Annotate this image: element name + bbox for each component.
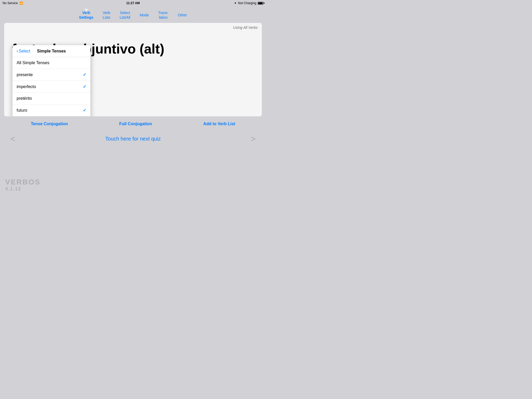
list-item-presente[interactable]: presente ✓	[12, 69, 90, 81]
full-conjugation-button[interactable]: Full Conjugation	[117, 121, 154, 127]
checkmark-imperfecto: ✓	[83, 84, 86, 89]
wifi-icon: 📶	[19, 2, 23, 5]
battery-label: Not Charging	[238, 1, 256, 5]
list-item-imperfecto[interactable]: imperfecto ✓	[12, 81, 90, 93]
no-service-label: No Service	[3, 1, 18, 5]
status-left: No Service 📶	[3, 1, 23, 5]
quiz-nav: < Touch here for next quiz >	[0, 131, 266, 146]
tab-verb-lists[interactable]: Verb Lists	[101, 9, 112, 21]
tense-conjugation-button[interactable]: Tense Conjugation	[29, 121, 70, 127]
app-logo-title: Verbos	[5, 178, 41, 186]
dropdown-title: Simple Tenses	[37, 49, 66, 54]
bluetooth-icon: ✦	[234, 1, 237, 5]
item-label: presente	[17, 72, 33, 77]
status-right: ✦ Not Charging	[234, 1, 263, 5]
status-time: 11:27 AM	[126, 1, 140, 5]
tab-verb-settings[interactable]: Verb Settings	[77, 9, 95, 21]
bottom-buttons: Tense Conjugation Full Conjugation Add t…	[0, 116, 266, 131]
dropdown-header: ‹ Select Simple Tenses	[12, 45, 90, 57]
item-label: All Simple Tenses	[17, 61, 49, 65]
tab-other[interactable]: Other	[176, 12, 189, 18]
app-logo: Verbos 4.1.12	[5, 178, 41, 192]
back-chevron-icon: ‹	[17, 48, 18, 54]
item-label: futuro	[17, 108, 27, 113]
item-label: imperfecto	[17, 84, 36, 89]
tab-translation[interactable]: Trans- lation	[156, 9, 171, 21]
add-to-verb-list-button[interactable]: Add to Verb List	[201, 121, 237, 127]
back-label: Select	[19, 49, 30, 54]
app-logo-version: 4.1.12	[5, 186, 41, 192]
back-button[interactable]: ‹ Select	[17, 48, 30, 54]
list-item-futuro[interactable]: futuro ✓	[12, 104, 90, 116]
checkmark-presente: ✓	[83, 72, 86, 77]
list-item-all-simple-tenses[interactable]: All Simple Tenses	[12, 57, 90, 69]
status-bar: No Service 📶 11:27 AM ✦ Not Charging	[0, 0, 266, 6]
tab-indicator	[84, 9, 88, 11]
dropdown-panel: ‹ Select Simple Tenses All Simple Tenses…	[12, 45, 90, 116]
main-content-area: Using All Verbs fecto de subjuntivo (alt…	[4, 23, 262, 116]
dropdown-list: All Simple Tenses presente ✓ imperfecto …	[12, 57, 90, 116]
battery-icon	[258, 2, 263, 5]
next-arrow[interactable]: >	[251, 134, 256, 144]
list-item-preterito[interactable]: pretérito	[12, 93, 90, 104]
tab-mode[interactable]: Mode	[138, 12, 151, 18]
next-quiz-button[interactable]: Touch here for next quiz	[105, 136, 161, 142]
nav-tabs: Verb Settings Verb Lists Select List/All…	[0, 6, 266, 23]
tab-wrapper-verb-settings: Verb Settings	[77, 9, 95, 21]
checkmark-futuro: ✓	[83, 108, 86, 113]
prev-arrow[interactable]: <	[10, 134, 15, 144]
tab-select-list-all[interactable]: Select List/All	[117, 9, 132, 21]
item-label: pretérito	[17, 96, 32, 101]
using-all-verbs-label: Using All Verbs	[233, 25, 258, 30]
